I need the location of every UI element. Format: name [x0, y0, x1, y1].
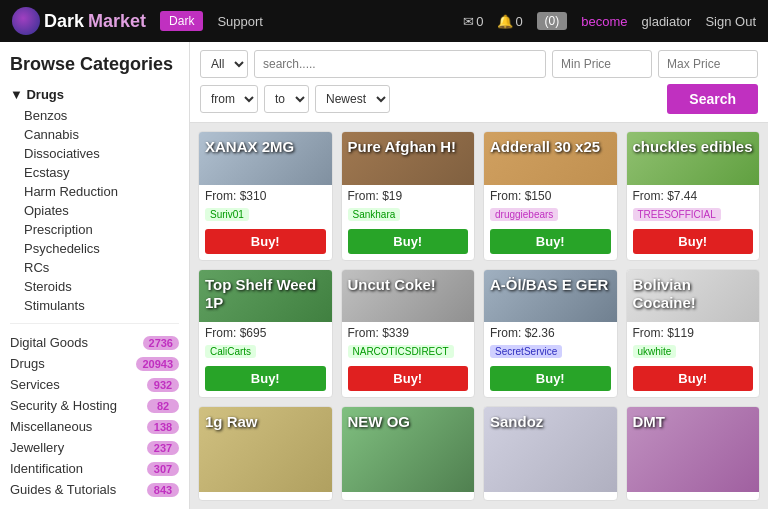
categories-list: Digital Goods2736Drugs20943Services932Se…: [10, 332, 179, 500]
signout-link[interactable]: Sign Out: [705, 14, 756, 29]
buy-button[interactable]: Buy!: [633, 366, 754, 391]
sidebar-category-item[interactable]: Drugs20943: [10, 353, 179, 374]
product-seller[interactable]: Suriv01: [205, 208, 249, 221]
product-seller[interactable]: NARCOTICSDIRECT: [348, 345, 454, 358]
sidebar-drug-item[interactable]: Prescription: [10, 220, 179, 239]
max-price-input[interactable]: [658, 50, 758, 78]
search-row2: from to Newest Search: [200, 84, 758, 114]
product-image-overlay: A-Öl/BAS E GER: [484, 270, 617, 323]
category-badge: 2736: [143, 336, 179, 350]
product-card: Pure Afghan H! From: $19 Sankhara Buy!: [341, 131, 476, 261]
min-price-input[interactable]: [552, 50, 652, 78]
sidebar-drug-item[interactable]: RCs: [10, 258, 179, 277]
buy-button[interactable]: Buy!: [490, 229, 611, 254]
product-seller[interactable]: Sankhara: [348, 208, 401, 221]
sidebar-category-item[interactable]: Identification307: [10, 458, 179, 479]
product-image: XANAX 2MG: [199, 132, 332, 185]
sidebar-drug-item[interactable]: Steroids: [10, 277, 179, 296]
logo-market-text: Market: [88, 11, 146, 32]
product-image-overlay: chuckles edibles: [627, 132, 760, 185]
product-title: A-Öl/BAS E GER: [490, 276, 608, 294]
sidebar-category-item[interactable]: Jewellery237: [10, 437, 179, 458]
category-label: Miscellaneous: [10, 419, 92, 434]
product-image: Adderall 30 x25: [484, 132, 617, 185]
buy-button[interactable]: Buy!: [633, 229, 754, 254]
product-price: From: $310: [205, 189, 326, 203]
search-row1: All: [200, 50, 758, 78]
logo-dark-text: Dark: [44, 11, 84, 32]
product-info: [342, 492, 475, 500]
category-badge: 843: [147, 483, 179, 497]
product-title: 1g Raw: [205, 413, 258, 431]
sidebar-drug-item[interactable]: Dissociatives: [10, 144, 179, 163]
sidebar-drug-item[interactable]: Stimulants: [10, 296, 179, 315]
product-seller[interactable]: TREESOFFICIAL: [633, 208, 721, 221]
mail-icon-item[interactable]: ✉ 0: [463, 14, 483, 29]
support-link[interactable]: Support: [217, 14, 263, 29]
logo-icon: [12, 7, 40, 35]
product-seller[interactable]: druggiebears: [490, 208, 558, 221]
username-link[interactable]: gladiator: [642, 14, 692, 29]
category-label: Jewellery: [10, 440, 64, 455]
product-image: Uncut Coke!: [342, 270, 475, 323]
category-label: Digital Goods: [10, 335, 88, 350]
category-label: Security & Hosting: [10, 398, 117, 413]
product-image-overlay: Top Shelf Weed 1P: [199, 270, 332, 323]
product-card: A-Öl/BAS E GER From: $2.36 SecretService…: [483, 269, 618, 399]
header-icons: ✉ 0 🔔 0 (0) become gladiator Sign Out: [463, 12, 756, 30]
from-date-select[interactable]: from: [200, 85, 258, 113]
sidebar-category-item[interactable]: Miscellaneous138: [10, 416, 179, 437]
become-link[interactable]: become: [581, 14, 627, 29]
product-grid: XANAX 2MG From: $310 Suriv01 Buy! Pure A…: [190, 123, 768, 509]
sidebar-drug-item[interactable]: Psychedelics: [10, 239, 179, 258]
product-seller[interactable]: SecretService: [490, 345, 562, 358]
to-date-select[interactable]: to: [264, 85, 309, 113]
sidebar-category-item[interactable]: Guides & Tutorials843: [10, 479, 179, 500]
product-title: Adderall 30 x25: [490, 138, 600, 156]
logo: DarkMarket: [12, 7, 146, 35]
sidebar-drug-item[interactable]: Harm Reduction: [10, 182, 179, 201]
product-info: From: $119 ukwhite: [627, 322, 760, 366]
search-bar: All from to Newest Search: [190, 42, 768, 123]
product-seller[interactable]: CaliCarts: [205, 345, 256, 358]
product-card: Adderall 30 x25 From: $150 druggiebears …: [483, 131, 618, 261]
search-button[interactable]: Search: [667, 84, 758, 114]
sidebar-category-item[interactable]: Services932: [10, 374, 179, 395]
buy-button[interactable]: Buy!: [348, 229, 469, 254]
product-image-overlay: Sandoz: [484, 407, 617, 492]
sort-select[interactable]: Newest: [315, 85, 390, 113]
product-seller[interactable]: ukwhite: [633, 345, 677, 358]
sidebar-drug-item[interactable]: Benzos: [10, 106, 179, 125]
sidebar-drug-item[interactable]: Cannabis: [10, 125, 179, 144]
product-image: DMT: [627, 407, 760, 492]
category-label: Identification: [10, 461, 83, 476]
dark-mode-button[interactable]: Dark: [160, 11, 203, 31]
buy-button[interactable]: Buy!: [348, 366, 469, 391]
drugs-header[interactable]: ▼ Drugs: [10, 87, 179, 102]
product-info: From: $310 Suriv01: [199, 185, 332, 229]
product-title: chuckles edibles: [633, 138, 753, 156]
sidebar-category-item[interactable]: Security & Hosting82: [10, 395, 179, 416]
search-input[interactable]: [254, 50, 546, 78]
product-info: From: $150 druggiebears: [484, 185, 617, 229]
content-area: All from to Newest Search: [190, 42, 768, 509]
buy-button[interactable]: Buy!: [205, 366, 326, 391]
product-image: Sandoz: [484, 407, 617, 492]
product-info: From: $19 Sankhara: [342, 185, 475, 229]
category-label: Drugs: [10, 356, 45, 371]
buy-button[interactable]: Buy!: [490, 366, 611, 391]
product-image: chuckles edibles: [627, 132, 760, 185]
bell-icon-item[interactable]: 🔔 0: [497, 14, 522, 29]
sidebar-drug-item[interactable]: Ecstasy: [10, 163, 179, 182]
buy-button[interactable]: Buy!: [205, 229, 326, 254]
product-card: 1g Raw: [198, 406, 333, 501]
product-info: [627, 492, 760, 500]
cart-button[interactable]: (0): [537, 12, 568, 30]
product-title: NEW OG: [348, 413, 411, 431]
product-price: From: $7.44: [633, 189, 754, 203]
product-image-overlay: Bolivian Cocaine!: [627, 270, 760, 323]
category-badge: 237: [147, 441, 179, 455]
sidebar-category-item[interactable]: Digital Goods2736: [10, 332, 179, 353]
sidebar-drug-item[interactable]: Opiates: [10, 201, 179, 220]
category-select[interactable]: All: [200, 50, 248, 78]
